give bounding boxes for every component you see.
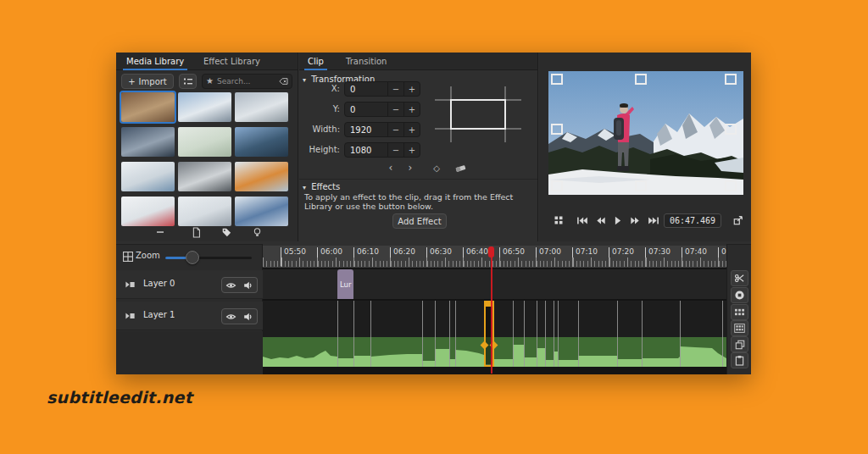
thumbnail-lake-vista[interactable] [235,127,288,157]
play-button[interactable] [610,213,626,227]
clip-cut[interactable] [422,301,423,367]
clip-video-band[interactable] [263,301,726,337]
clip-cut[interactable] [578,301,579,367]
decrement-button[interactable]: − [387,123,403,136]
tab-effect-library[interactable]: Effect Library [203,53,260,70]
spin-field[interactable]: 0−+ [344,81,420,97]
effects-section-header[interactable]: ▾ Effects [303,182,340,191]
clip-cut[interactable] [513,301,514,367]
playhead-handle[interactable] [488,246,494,257]
clip-cut[interactable] [537,301,537,367]
increment-button[interactable]: + [403,123,420,136]
tag-button[interactable] [220,226,233,238]
field-value[interactable]: 0 [345,85,387,94]
clip-cut[interactable] [680,301,681,367]
clip-properties-button[interactable] [189,226,203,238]
tab-clip[interactable]: Clip [308,53,324,70]
spin-field[interactable]: 1920−+ [344,122,420,137]
remove-clip-button[interactable] [153,226,167,238]
title-clip[interactable]: Lur [337,269,353,299]
clip-cut[interactable] [617,301,618,367]
layer-1-track[interactable] [263,301,726,367]
tab-transition[interactable]: Transition [346,53,387,70]
spin-field[interactable]: 1080−+ [344,142,420,158]
layer-menu-icon[interactable] [125,280,136,290]
clear-search-icon[interactable] [278,77,288,86]
zoom-slider[interactable] [165,257,252,259]
search-input[interactable]: ★ Search... [202,74,292,89]
clip-cut[interactable] [370,301,371,367]
seek-end-button[interactable] [646,213,661,227]
insert-at-end-button[interactable] [250,226,264,238]
increment-button[interactable]: + [403,102,420,116]
transform-preview-graphic[interactable] [426,83,530,173]
layer-0-header[interactable]: Layer 0 [116,270,263,299]
layer-1-header[interactable]: Layer 1 [116,302,263,330]
thumbnail-slope-orange-fence[interactable] [235,162,288,191]
undock-grid-button[interactable] [551,213,566,227]
timeline-ruler[interactable]: 05:5006:0006:1006:2006:3006:4006:5007:00… [263,246,726,268]
layer-1-mute-toggle[interactable] [239,308,258,324]
clip-cut[interactable] [545,301,546,367]
prev-keyframe-button[interactable]: ‹ [384,161,398,174]
clip-cut[interactable] [449,301,450,367]
ungroup-button[interactable] [731,304,748,320]
clip-cut[interactable] [642,301,643,367]
tab-media-library[interactable]: Media Library [126,53,184,70]
field-value[interactable]: 1920 [345,125,387,135]
playhead[interactable] [491,246,492,374]
import-button[interactable]: + Import [121,74,174,89]
timeline-tracks[interactable]: Lur [263,268,726,374]
thumbnail-ski-group-blue[interactable] [235,197,288,226]
list-view-toggle[interactable] [179,74,197,89]
decrement-button[interactable]: − [387,102,403,116]
clip-cut[interactable] [554,301,554,367]
layer-0-mute-toggle[interactable] [239,277,258,293]
increment-button[interactable]: + [403,143,420,157]
clip-cut[interactable] [353,301,354,367]
thumbnail-ski-lesson-group[interactable] [178,127,231,157]
video-preview[interactable] [548,71,743,195]
increment-button[interactable]: + [403,82,420,96]
thumbnail-grid [121,92,293,228]
thumbnail-family-indoors[interactable] [121,92,175,122]
thumbnail-snowboard-class[interactable] [121,162,175,191]
paste-button[interactable] [731,352,748,368]
group-button[interactable] [731,320,748,336]
decrement-button[interactable]: − [387,143,403,157]
field-value[interactable]: 1080 [345,146,387,155]
next-keyframe-button[interactable]: › [403,161,417,174]
timecode-display[interactable]: 06:47.469 [664,213,721,228]
thumbnail-slalom-course[interactable] [121,197,175,226]
clip-cut[interactable] [722,301,723,367]
undock-viewer-button[interactable] [731,213,746,227]
frame-back-button[interactable] [593,213,609,227]
thumbnail-snow-hikers[interactable] [178,197,231,226]
split-clip-button[interactable] [731,270,748,286]
copy-button[interactable] [731,336,748,352]
seek-start-button[interactable] [575,213,590,227]
add-keyframe-button[interactable]: ◇ [430,161,443,174]
delete-clip-button[interactable] [731,287,748,303]
clip-cut[interactable] [337,301,338,367]
frame-forward-button[interactable] [627,213,643,227]
thumbnail-ski-lift-dark[interactable] [121,127,175,157]
thumbnail-mountain-panorama[interactable] [178,92,231,122]
layer-0-track[interactable] [263,269,726,299]
field-value[interactable]: 0 [345,105,387,114]
decrement-button[interactable]: − [387,82,403,96]
clip-cut[interactable] [435,301,436,367]
thumbnail-icicles[interactable] [178,162,231,191]
layer-menu-icon[interactable] [125,311,136,321]
reset-transform-button[interactable] [453,161,467,174]
clip-cut[interactable] [558,301,559,367]
spin-field[interactable]: 0−+ [344,102,420,117]
clip-cut[interactable] [524,301,525,367]
add-effect-button[interactable]: Add Effect [392,213,447,229]
layer-0-visibility-toggle[interactable] [221,277,240,293]
layer-1-visibility-toggle[interactable] [221,308,240,324]
thumbnail-ice-rink[interactable] [235,92,288,122]
selected-clip[interactable] [484,301,494,367]
zoom-slider-handle[interactable] [186,251,199,264]
clip-cut[interactable] [455,301,456,367]
